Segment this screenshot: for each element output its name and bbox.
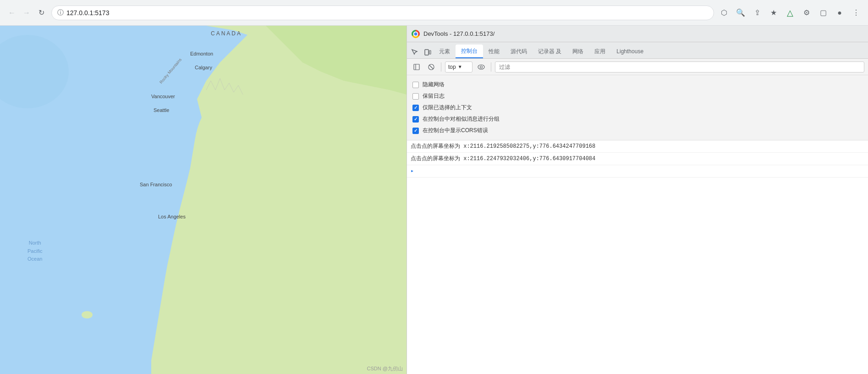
reload-button[interactable]: ↻	[35, 6, 48, 19]
live-expression-button[interactable]	[475, 61, 487, 73]
bookmark-icon[interactable]: ★	[767, 6, 780, 19]
svg-point-2	[82, 311, 93, 318]
svg-rect-4	[429, 50, 431, 54]
map-label-seattle: Seattle	[154, 107, 169, 113]
label-hide-network: 隐藏网络	[423, 81, 445, 89]
browser-chrome: ← → ↻ ⓘ 127.0.0.1:5173 ⬡ 🔍 ⇪ ★ △ ⚙ ▢ ● ⋮	[0, 0, 868, 26]
console-arrow-icon[interactable]: ▸	[411, 167, 414, 175]
checkbox-group-similar[interactable]	[412, 116, 419, 123]
forward-button[interactable]: →	[20, 6, 33, 19]
svg-point-9	[478, 65, 484, 69]
menu-icon[interactable]: ⋮	[850, 6, 863, 19]
label-preserve-log: 保留日志	[423, 92, 445, 100]
map-label-calgary: Calgary	[195, 65, 212, 70]
devtools-settings: 隐藏网络 保留日志 仅限已选择的上下文 在控制台中对相似消息进行分组 在控制台中…	[407, 75, 868, 140]
setting-preserve-log: 保留日志	[412, 90, 863, 102]
setting-show-cors: 在控制台中显示CORS错误	[412, 125, 863, 136]
label-show-cors: 在控制台中显示CORS错误	[423, 127, 488, 134]
console-entry-1-text: 点击点的屏幕坐标为 x:2116.2192585082275,y:776.643…	[411, 142, 595, 151]
tab-application[interactable]: 应用	[589, 45, 611, 58]
address-bar[interactable]: ⓘ 127.0.0.1:5173	[51, 6, 714, 20]
vue-icon[interactable]: △	[784, 6, 797, 19]
tab-sources[interactable]: 源代码	[505, 45, 533, 58]
map-label-vancouver: Vancouver	[151, 94, 175, 99]
devtools-tabs: 元素 控制台 性能 源代码 记录器 及 网络 应用 Lighthouse	[407, 42, 868, 59]
map-label-sf: San Francisco	[140, 182, 172, 187]
cast-icon[interactable]: ⬡	[718, 6, 731, 19]
device-icon[interactable]	[422, 46, 434, 58]
map-label-la: Los Angeles	[158, 214, 186, 219]
context-label: top	[448, 64, 456, 70]
map-label-ocean: NorthPacificOcean	[27, 239, 42, 263]
toolbar-separator	[441, 62, 441, 72]
profile-icon[interactable]: ●	[833, 6, 846, 19]
tab-console[interactable]: 控制台	[456, 45, 483, 58]
svg-rect-5	[414, 64, 419, 70]
console-entry-2-text: 点击点的屏幕坐标为 x:2116.2247932032406,y:776.643…	[411, 155, 595, 163]
inspect-icon[interactable]	[409, 46, 421, 58]
clear-console-button[interactable]	[425, 61, 437, 73]
map-label-canada: CANADA	[211, 30, 242, 37]
toolbar-separator-2	[491, 62, 491, 72]
console-filter-input[interactable]	[495, 61, 864, 73]
setting-only-context: 仅限已选择的上下文	[412, 102, 863, 113]
tab-elements[interactable]: 元素	[434, 45, 456, 58]
devtools-console-toolbar: top ▼	[407, 59, 868, 75]
dropdown-arrow: ▼	[458, 64, 462, 69]
browser-toolbar-icons: ⬡ 🔍 ⇪ ★ △ ⚙ ▢ ● ⋮	[718, 6, 863, 19]
share-icon[interactable]: ⇪	[751, 6, 764, 19]
checkbox-only-context[interactable]	[412, 105, 419, 111]
checkbox-hide-network[interactable]	[412, 82, 419, 88]
zoom-icon[interactable]: 🔍	[734, 6, 747, 19]
context-selector[interactable]: top ▼	[445, 61, 472, 73]
setting-group-similar: 在控制台中对相似消息进行分组	[412, 113, 863, 125]
console-log-area[interactable]: 点击点的屏幕坐标为 x:2116.2192585082275,y:776.643…	[407, 140, 868, 374]
svg-rect-3	[425, 50, 429, 55]
main-area: CANADA Edmonton Calgary Rocky Mountains …	[0, 26, 868, 374]
window-icon[interactable]: ▢	[817, 6, 830, 19]
lock-icon: ⓘ	[57, 9, 64, 17]
label-only-context: 仅限已选择的上下文	[423, 104, 472, 112]
devtools-title: DevTools - 127.0.0.1:5173/	[423, 30, 494, 37]
extensions-icon[interactable]: ⚙	[800, 6, 813, 19]
tab-network[interactable]: 网络	[567, 45, 589, 58]
watermark: CSDN @九仞山	[367, 365, 403, 372]
label-group-similar: 在控制台中对相似消息进行分组	[423, 115, 500, 123]
checkbox-preserve-log[interactable]	[412, 93, 419, 100]
map-area[interactable]: CANADA Edmonton Calgary Rocky Mountains …	[0, 26, 407, 374]
url-text: 127.0.0.1:5173	[66, 9, 708, 17]
tab-lighthouse[interactable]: Lighthouse	[611, 45, 649, 58]
console-prompt-arrow[interactable]: ▸	[407, 165, 868, 178]
nav-buttons: ← → ↻	[5, 6, 48, 19]
tab-recorder[interactable]: 记录器 及	[533, 45, 567, 58]
tab-performance[interactable]: 性能	[483, 45, 505, 58]
setting-hide-network: 隐藏网络	[412, 79, 863, 90]
devtools-chrome-icon	[412, 30, 420, 38]
devtools-panel: DevTools - 127.0.0.1:5173/ 元素 控制台 性能 源代码…	[407, 26, 868, 374]
sidebar-toggle-button[interactable]	[411, 61, 423, 73]
svg-point-10	[480, 66, 483, 68]
console-entry-1: 点击点的屏幕坐标为 x:2116.2192585082275,y:776.643…	[407, 140, 868, 153]
map-label-edmonton: Edmonton	[190, 51, 213, 56]
svg-line-8	[429, 65, 433, 69]
checkbox-show-cors[interactable]	[412, 128, 419, 134]
back-button[interactable]: ←	[5, 6, 18, 19]
console-entry-2: 点击点的屏幕坐标为 x:2116.2247932032406,y:776.643…	[407, 153, 868, 165]
devtools-titlebar: DevTools - 127.0.0.1:5173/	[407, 26, 868, 42]
